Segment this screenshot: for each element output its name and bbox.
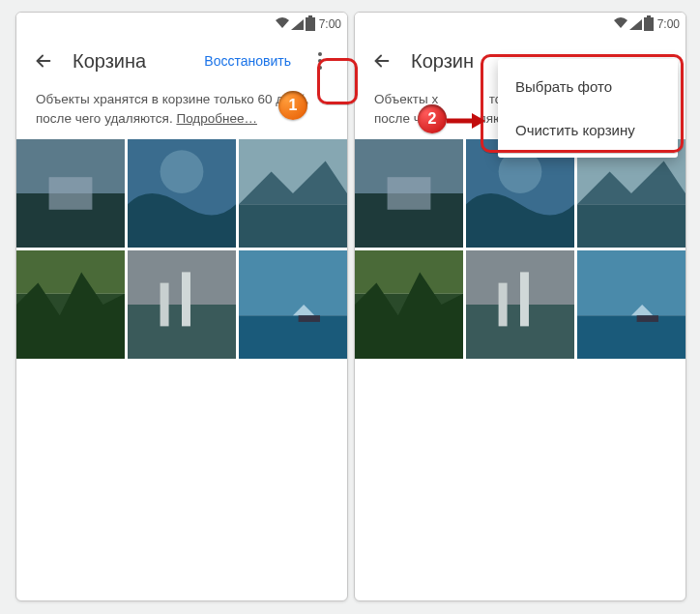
battery-icon xyxy=(644,17,654,31)
status-time: 7:00 xyxy=(319,17,341,31)
svg-rect-27 xyxy=(499,283,508,327)
app-bar: Корзина Восстановить xyxy=(16,36,347,86)
learn-more-link[interactable]: Подробнее… xyxy=(176,111,257,126)
back-button[interactable] xyxy=(24,42,63,80)
photo-thumb[interactable] xyxy=(577,250,685,359)
status-bar: 7:00 xyxy=(16,13,347,36)
svg-rect-13 xyxy=(239,250,347,315)
restore-button[interactable]: Восстановить xyxy=(194,53,301,69)
wifi-icon xyxy=(276,17,289,31)
svg-rect-15 xyxy=(299,315,320,322)
menu-item-clear-trash[interactable]: Очистить корзину xyxy=(498,108,678,152)
photo-thumb[interactable] xyxy=(355,250,463,359)
svg-rect-30 xyxy=(577,315,685,359)
photo-thumb[interactable] xyxy=(466,250,574,359)
svg-rect-6 xyxy=(239,204,347,248)
status-time: 7:00 xyxy=(657,17,680,31)
photo-thumb[interactable] xyxy=(355,139,463,248)
svg-point-4 xyxy=(160,150,204,193)
photo-thumb[interactable] xyxy=(239,139,347,248)
overflow-menu-button[interactable] xyxy=(301,42,339,80)
photo-thumb[interactable] xyxy=(128,139,236,248)
svg-rect-18 xyxy=(388,177,431,210)
photo-grid xyxy=(16,139,347,359)
back-button[interactable] xyxy=(363,42,401,80)
annotation-arrow-icon xyxy=(445,111,485,134)
photo-thumb[interactable] xyxy=(16,139,125,248)
photo-thumb[interactable] xyxy=(239,250,347,359)
svg-rect-23 xyxy=(355,250,463,294)
page-title: Корзина xyxy=(73,50,146,73)
photo-thumb[interactable] xyxy=(128,250,236,359)
wifi-icon xyxy=(614,17,627,31)
photo-grid xyxy=(355,139,685,359)
more-vert-icon xyxy=(318,52,322,70)
svg-rect-7 xyxy=(16,250,125,294)
svg-rect-28 xyxy=(520,273,529,327)
svg-rect-29 xyxy=(577,250,685,315)
svg-rect-22 xyxy=(577,204,685,248)
photo-thumb[interactable] xyxy=(16,250,125,359)
menu-item-select-photo[interactable]: Выбрать фото xyxy=(498,65,678,108)
svg-rect-31 xyxy=(637,315,658,322)
svg-rect-12 xyxy=(182,273,190,327)
battery-icon xyxy=(306,17,315,31)
signal-icon xyxy=(291,19,304,30)
svg-rect-2 xyxy=(49,177,93,210)
status-bar: 7:00 xyxy=(355,13,685,36)
svg-rect-11 xyxy=(160,283,169,327)
annotation-badge-2: 2 xyxy=(418,104,447,133)
svg-rect-14 xyxy=(239,315,347,359)
page-title: Корзин xyxy=(411,50,474,73)
phone-screenshot-right: 7:00 Корзин Объекты х XXXXX тся в корзин… xyxy=(354,12,686,601)
annotation-badge-1: 1 xyxy=(278,91,307,120)
signal-icon xyxy=(629,19,642,30)
overflow-menu: Выбрать фото Очистить корзину xyxy=(498,59,678,158)
